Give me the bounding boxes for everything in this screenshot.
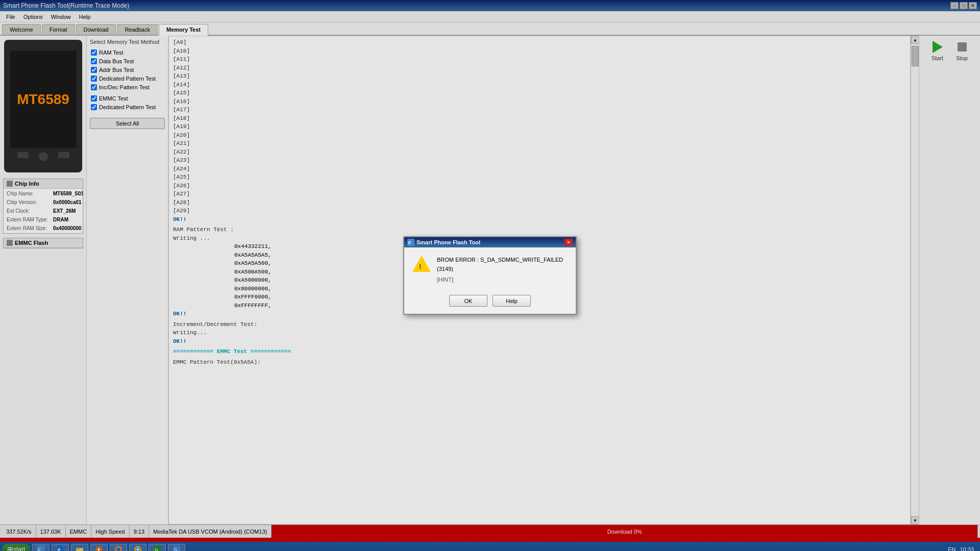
dialog-close-button[interactable]: ✕ <box>565 239 573 246</box>
dialog-error-text: BROM ERROR : S_DA_SDMMC_WRITE_FAILED (31… <box>437 256 568 273</box>
dialog-title-text: Smart Phone Flash Tool <box>416 239 480 245</box>
dialog-hint: [HINT]: <box>437 277 568 283</box>
dialog-help-button[interactable]: Help <box>493 295 531 307</box>
dialog-message-area: BROM ERROR : S_DA_SDMMC_WRITE_FAILED (31… <box>437 256 568 283</box>
dialog-title-icon: F <box>407 239 414 246</box>
dialog-overlay: F Smart Phone Flash Tool ✕ BROM ERROR : … <box>0 0 980 551</box>
hint-label: [HINT]: <box>437 277 455 283</box>
warning-triangle <box>412 256 431 272</box>
dialog: F Smart Phone Flash Tool ✕ BROM ERROR : … <box>403 236 577 315</box>
dialog-title-bar: F Smart Phone Flash Tool ✕ <box>404 237 576 247</box>
dialog-content: BROM ERROR : S_DA_SDMMC_WRITE_FAILED (31… <box>404 247 576 291</box>
dialog-buttons: OK Help <box>404 291 576 314</box>
dialog-ok-button[interactable]: OK <box>449 295 487 307</box>
dialog-warning-icon <box>412 256 431 274</box>
svg-text:F: F <box>408 240 411 245</box>
